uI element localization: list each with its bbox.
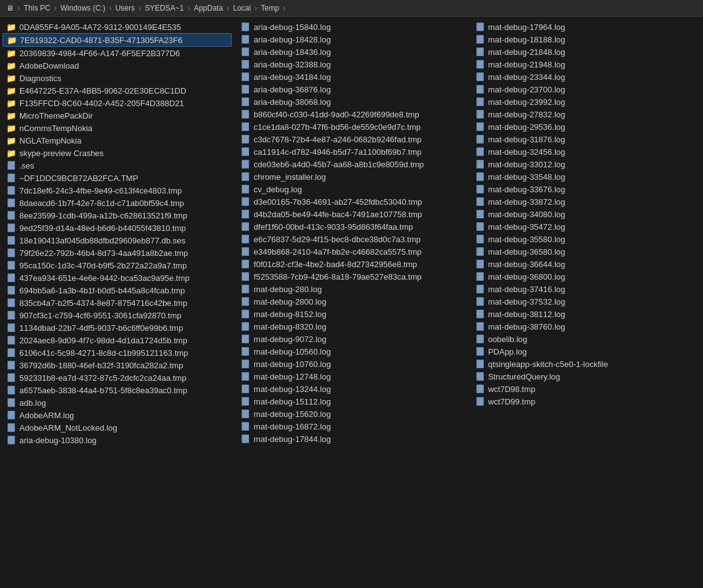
list-item[interactable]: 7dc18ef6-24c3-4fbe-9e49-c613f4ce4803.tmp [2, 184, 232, 197]
list-item[interactable]: mat-debug-21848.log [471, 46, 701, 58]
list-item[interactable]: 1134dbad-22b7-4df5-9037-b6c6ff0e99b6.tmp [2, 321, 232, 334]
list-item[interactable]: 8ee23599-1cdb-499a-a12b-c628613521f9.tmp [2, 209, 232, 222]
breadcrumb-local[interactable]: Local [233, 4, 251, 12]
list-item[interactable]: aria-debug-36876.log [237, 83, 466, 96]
list-item[interactable]: 694bb5a6-1a3b-4b1f-b0d5-b445a8c4fcab.tmp [2, 284, 232, 296]
list-item[interactable]: 📁NGLATempNokia [2, 134, 232, 147]
list-item[interactable]: mat-debug-23700.log [471, 83, 701, 96]
list-item[interactable]: mat-debug-17964.log [471, 21, 701, 33]
list-item[interactable]: 907cf3c1-c759-4cf6-9551-3061cfa92870.tmp [2, 309, 232, 321]
list-item[interactable]: f0f01c82-cf3e-4be2-bad4-8d27342956e8.tmp [237, 258, 466, 270]
list-item[interactable]: mat-debug-13244.log [237, 383, 466, 395]
list-item[interactable]: 36792d6b-1880-46ef-b32f-3190fca282a2.tmp [2, 359, 232, 371]
list-item[interactable]: mat-debug-10760.log [237, 358, 466, 370]
list-item[interactable]: aria-debug-15840.log [237, 21, 466, 33]
list-item[interactable]: mat-debug-9072.log [237, 333, 466, 345]
list-item[interactable]: b860cf40-c030-41dd-9ad0-42269f699de8.tmp [237, 108, 466, 120]
list-item[interactable]: mat-debug-31876.log [471, 133, 701, 145]
list-item[interactable]: mat-debug-27832.log [471, 108, 701, 120]
list-item[interactable]: c3dc7678-72b4-4e87-a246-0682b9246fad.tmp [237, 133, 466, 145]
list-item[interactable]: 79f26e22-792b-46b4-8d73-4aa491a8b2ae.tmp [2, 247, 232, 259]
list-item[interactable]: e6c76837-5d29-4f15-bec8-dbce38d0c7a3.tmp [237, 233, 466, 245]
list-item[interactable]: cde03eb6-a4d0-45b7-aa68-a8b1c9e8059d.tmp [237, 158, 466, 170]
list-item[interactable]: aria-debug-38068.log [237, 96, 466, 108]
list-item[interactable]: mat-debug-280.log [237, 283, 466, 295]
list-item[interactable]: mat-debug-37532.log [471, 295, 701, 308]
list-item[interactable]: 18e190413af045db88dfbd29609eb877.db.ses [2, 234, 232, 247]
list-item[interactable]: mat-debug-2800.log [237, 295, 466, 308]
list-item[interactable]: mat-debug-35472.log [471, 220, 701, 233]
list-item[interactable]: qtsingleapp-skitch-c5e0-1-lockfile [471, 358, 701, 370]
list-item[interactable]: StructuredQuery.log [471, 370, 701, 383]
list-item[interactable]: 592331b8-ea7d-4372-87c5-2dcfc2ca24aa.tmp [2, 371, 232, 384]
list-item[interactable]: wct7D98.tmp [471, 383, 701, 395]
list-item[interactable]: mat-debug-38760.log [471, 320, 701, 333]
list-item[interactable]: f5253588-7cb9-42b6-8a18-79ae527e83ca.tmp [237, 270, 466, 283]
list-item[interactable]: mat-debug-33012.log [471, 158, 701, 170]
list-item[interactable]: mat-debug-21948.log [471, 58, 701, 71]
list-item[interactable]: ca11914c-d782-4946-b5d7-7a1100bf69b7.tmp [237, 145, 466, 158]
list-item[interactable]: 📁Diagnostics [2, 72, 232, 84]
list-item[interactable]: mat-debug-10560.log [237, 345, 466, 358]
list-item[interactable]: 6106c41c-5c98-4271-8c8d-c1b995121163.tmp [2, 346, 232, 359]
list-item[interactable]: mat-debug-18188.log [471, 33, 701, 46]
list-item[interactable]: mat-debug-33676.log [471, 183, 701, 195]
list-item[interactable]: dfef1f60-00bd-413c-9033-95d863f64faa.tmp [237, 220, 466, 233]
breadcrumb-appdata[interactable]: AppData [194, 4, 223, 12]
list-item[interactable]: mat-debug-34080.log [471, 208, 701, 220]
list-item[interactable]: wct7D99.tmp [471, 395, 701, 408]
list-item[interactable]: mat-debug-35580.log [471, 233, 701, 245]
list-item[interactable]: mat-debug-17844.log [237, 433, 466, 445]
list-item[interactable]: 📁0DA855F4-9A05-4A72-9312-900149E4E535 [2, 21, 232, 33]
list-item[interactable]: mat-debug-15620.log [237, 408, 466, 420]
list-item[interactable]: 📁F135FFCD-8C60-4402-A452-205F4D388D21 [2, 97, 232, 109]
breadcrumb-temp[interactable]: Temp [261, 4, 279, 12]
list-item[interactable]: 2024aec8-9d09-4f7c-98dd-4d1da1724d5b.tmp [2, 334, 232, 346]
list-item[interactable]: d3e00165-7b36-4691-ab27-452fdbc53040.tmp [237, 195, 466, 208]
list-item[interactable]: 8daeacd6-1b7f-42e7-8c1d-c71ab0bf59c4.tmp [2, 197, 232, 209]
list-item[interactable]: aria-debug-18428.log [237, 33, 466, 46]
list-item[interactable]: AdobeARM_NotLocked.log [2, 421, 232, 434]
list-item[interactable]: 📁7E919322-CAD0-4871-B35F-471305FA23F6 [2, 33, 232, 47]
breadcrumb-user[interactable]: SYEDSA~1 [145, 4, 184, 12]
list-item[interactable]: chrome_installer.log [237, 170, 466, 183]
list-item[interactable]: mat-debug-23344.log [471, 71, 701, 83]
list-item[interactable]: aria-debug-32388.log [237, 58, 466, 71]
list-item[interactable]: 📁skype-preview Crashes [2, 147, 232, 159]
list-item[interactable]: mat-debug-33548.log [471, 170, 701, 183]
list-item[interactable]: aria-debug-18436.log [237, 46, 466, 58]
list-item[interactable]: PDApp.log [471, 345, 701, 358]
list-item[interactable]: 835cb4a7-b2f5-4374-8e87-8754716c42be.tmp [2, 296, 232, 309]
list-item[interactable]: oobelib.log [471, 333, 701, 345]
list-item[interactable]: 95ca150c-1d3c-470d-b9f5-2b272a22a9a7.tmp [2, 259, 232, 272]
list-item[interactable]: aria-debug-10380.log [2, 434, 232, 446]
list-item[interactable]: 📁E4647225-E37A-4BB5-9062-02E30EC8C1DD [2, 84, 232, 97]
list-item[interactable]: mat-debug-8320.log [237, 320, 466, 333]
list-item[interactable]: mat-debug-12748.log [237, 370, 466, 383]
list-item[interactable]: cv_debug.log [237, 183, 466, 195]
list-item[interactable]: a6575aeb-3838-44a4-b751-5f8c8ea39ac0.tmp [2, 384, 232, 396]
list-item[interactable]: 9ed25f39-d14a-48ed-b6d6-b44055f43810.tmp [2, 222, 232, 234]
list-item[interactable]: aria-debug-34184.log [237, 71, 466, 83]
list-item[interactable]: mat-debug-36800.log [471, 270, 701, 283]
list-item[interactable]: mat-debug-16872.log [237, 420, 466, 433]
list-item[interactable]: AdobeARM.log [2, 409, 232, 421]
list-item[interactable]: mat-debug-23992.log [471, 96, 701, 108]
list-item[interactable]: 📁20369839-4984-4F66-A147-6F5EF2B377D6 [2, 47, 232, 59]
list-item[interactable]: .ses [2, 159, 232, 172]
list-item[interactable]: mat-debug-36644.log [471, 258, 701, 270]
list-item[interactable]: mat-debug-8152.log [237, 308, 466, 320]
list-item[interactable]: mat-debug-37416.log [471, 283, 701, 295]
list-item[interactable]: mat-debug-36580.log [471, 245, 701, 258]
list-item[interactable]: d4b2da05-be49-44fe-bac4-7491ae107758.tmp [237, 208, 466, 220]
list-item[interactable]: ~DF1DDC9BCB72AB2FCA.TMP [2, 172, 232, 184]
list-item[interactable]: 📁AdobeDownload [2, 59, 232, 72]
list-item[interactable]: 437ea934-651e-4e6e-9442-bca53ac9a95e.tmp [2, 272, 232, 284]
list-item[interactable]: mat-debug-15112.log [237, 395, 466, 408]
list-item[interactable]: c1ce1da8-027b-47f6-bd56-de559c0e9d7c.tmp [237, 120, 466, 133]
breadcrumb-users[interactable]: Users [116, 4, 135, 12]
list-item[interactable]: 📁MicroThemePackDir [2, 109, 232, 122]
list-item[interactable]: mat-debug-33872.log [471, 195, 701, 208]
breadcrumb-drive[interactable]: Windows (C:) [61, 4, 106, 12]
list-item[interactable]: mat-debug-32456.log [471, 145, 701, 158]
